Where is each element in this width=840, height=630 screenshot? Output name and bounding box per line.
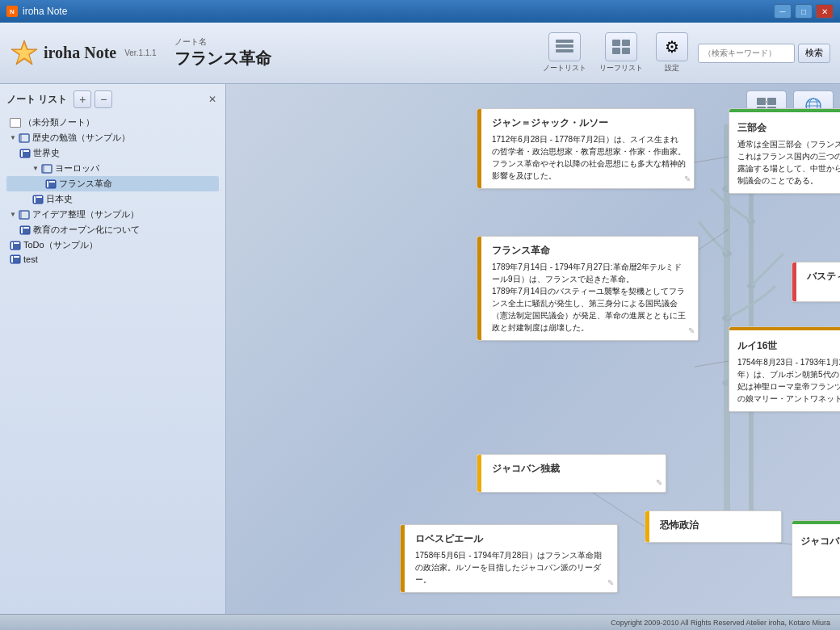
content-area: ノート リスト + − ✕ （未分類ノート） ▼ 歴: [0, 84, 840, 614]
sidebar-item-test[interactable]: test: [6, 253, 219, 266]
svg-rect-28: [11, 242, 13, 249]
sidebar-actions: + −: [74, 90, 112, 108]
card-rousseau[interactable]: ジャン＝ジャック・ルソー 1712年6月28日 - 1778年7月2日）は、スイ…: [477, 108, 695, 189]
sidebar-remove-button[interactable]: −: [94, 90, 112, 108]
sidebar-close-button[interactable]: ✕: [206, 93, 219, 106]
sidebar-title: ノート リスト: [6, 93, 67, 107]
leaflist-button[interactable]: リーフリスト: [596, 29, 646, 77]
window-controls: ─ □ ✕: [774, 4, 834, 19]
card-jacobin-dictatorship[interactable]: ジャコバン独裁 ✎: [477, 454, 666, 493]
sidebar-item-europe[interactable]: ▼ ヨーロッパ: [6, 161, 219, 176]
sidebar-item-world-history[interactable]: 世界史: [6, 145, 219, 161]
sidebar-item-france-revolution[interactable]: フランス革命: [6, 176, 219, 191]
svg-rect-12: [21, 150, 23, 157]
toolbar-buttons: ノートリスト リーフリスト ⚙ 設定: [540, 29, 830, 77]
titlebar: N iroha Note ─ □ ✕: [0, 0, 840, 23]
svg-rect-29: [14, 242, 19, 244]
sidebar-item-todo[interactable]: ToDo（サンプル）: [6, 237, 219, 253]
sidebar-header: ノート リスト + − ✕: [6, 90, 219, 108]
svg-rect-34: [767, 98, 776, 105]
svg-rect-37: [765, 101, 768, 103]
card-jacobin-dictatorship-title: ジャコバン独裁: [492, 461, 657, 476]
svg-rect-17: [47, 181, 48, 187]
sidebar-item-japan-history[interactable]: 日本史: [6, 191, 219, 207]
svg-rect-3: [556, 44, 573, 48]
settings-icon: ⚙: [656, 32, 688, 61]
notelist-icon: [548, 32, 581, 61]
svg-rect-6: [622, 40, 630, 46]
settings-label: 設定: [665, 63, 679, 74]
card-rousseau-title: ジャン＝ジャック・ルソー: [492, 116, 686, 130]
card-revolution[interactable]: フランス革命 1789年7月14日 - 1794年7月27日:革命暦2年テルミド…: [477, 236, 699, 341]
svg-rect-31: [11, 256, 13, 262]
note-tree: （未分類ノート） ▼ 歴史の勉強（サンプル） 世界史 ▼ ヨーロッパ: [6, 115, 219, 607]
leaflist-icon: [605, 32, 637, 61]
card-robespierre-body: 1758年5月6日 - 1794年7月28日）はフランス革命期の政治家。ルソーを…: [415, 549, 609, 586]
sidebar-item-education[interactable]: 教育のオープン化について: [6, 222, 219, 237]
search-box: 検索: [698, 44, 830, 63]
card-terror[interactable]: 恐怖政治: [645, 510, 782, 543]
card-sanbukai-title: 三部会: [737, 120, 840, 135]
card-bastille[interactable]: バスティーユ襲撃 ✎: [792, 262, 840, 302]
toolbar: iroha Note Ver.1.1.1 ノート名 フランス革命 ノートリスト: [0, 23, 840, 84]
card-terror-title: 恐怖政治: [660, 518, 773, 532]
note-label: ノート名: [174, 36, 530, 48]
svg-rect-21: [36, 196, 42, 198]
copyright-text: Copyright 2009-2010 All Rights Reserved …: [611, 619, 830, 627]
card-sanbukai-body: 通常は全国三部会（フランス語：l'tats gnraux）を指し、これはフランス…: [737, 138, 840, 187]
card-rousseau-body: 1712年6月28日 - 1778年7月2日）は、スイス生まれの哲学者・政治思想…: [492, 133, 686, 182]
window-title: iroha Note: [23, 6, 774, 17]
card-jacobins[interactable]: ジャコバン派 🌐: [792, 520, 840, 597]
svg-rect-8: [622, 48, 630, 54]
svg-rect-4: [556, 49, 573, 52]
app-container: iroha Note Ver.1.1.1 ノート名 フランス革命 ノートリスト: [0, 23, 840, 630]
app-version: Ver.1.1.1: [124, 48, 156, 57]
app-name: iroha Note: [44, 44, 116, 62]
search-input[interactable]: [698, 44, 795, 63]
sidebar-add-button[interactable]: +: [74, 90, 91, 108]
svg-line-56: [586, 488, 645, 527]
card-robespierre-title: ロベスピエール: [415, 531, 609, 546]
notelist-label: ノートリスト: [543, 63, 586, 74]
svg-rect-25: [21, 227, 23, 233]
svg-rect-26: [23, 227, 29, 229]
settings-button[interactable]: ⚙ 設定: [653, 29, 691, 77]
note-title-section: ノート名 フランス革命: [174, 36, 530, 69]
notelist-button[interactable]: ノートリスト: [540, 29, 590, 77]
app-icon: N: [6, 6, 18, 17]
svg-rect-20: [34, 196, 36, 203]
card-louis-title: ルイ16世: [737, 338, 840, 353]
svg-rect-32: [14, 256, 19, 258]
card-sanbukai[interactable]: 三部会 通常は全国三部会（フランス語：l'tats gnraux）を指し、これは…: [729, 108, 840, 194]
card-louis[interactable]: ルイ16世 1754年8月23日 - 1793年1月21日, 在位：1774年 …: [729, 326, 840, 412]
minimize-button[interactable]: ─: [774, 4, 792, 19]
card-revolution-title: フランス革命: [492, 243, 690, 258]
svg-rect-18: [49, 181, 55, 183]
card-louis-body: 1754年8月23日 - 1793年1月21日, 在位：1774年 - 1792…: [737, 356, 840, 405]
logo-star-icon: [10, 39, 39, 68]
restore-button[interactable]: □: [795, 4, 813, 19]
note-title: フランス革命: [174, 48, 530, 69]
card-revolution-body: 1789年7月14日 - 1794年7月27日:革命暦2年テルミドール9日）は、…: [492, 261, 690, 334]
svg-rect-13: [23, 150, 29, 152]
sidebar-item-history[interactable]: ▼ 歴史の勉強（サンプル）: [6, 130, 219, 145]
svg-rect-33: [757, 98, 766, 105]
close-button[interactable]: ✕: [816, 4, 834, 19]
sidebar-item-idea[interactable]: ▼ アイデア整理（サンプル）: [6, 207, 219, 222]
card-jacobins-title: ジャコバン派: [800, 534, 840, 548]
leaflist-label: リーフリスト: [599, 63, 643, 74]
search-button[interactable]: 検索: [798, 44, 830, 63]
main-canvas[interactable]: カードリーフ Webリーフ: [226, 84, 840, 614]
app-logo: iroha Note Ver.1.1.1: [10, 39, 157, 68]
sidebar: ノート リスト + − ✕ （未分類ノート） ▼ 歴: [0, 84, 226, 614]
sidebar-item-unclassified[interactable]: （未分類ノート）: [6, 115, 219, 130]
svg-rect-5: [612, 40, 620, 46]
card-bastille-title: バスティーユ襲撃: [807, 269, 840, 284]
card-robespierre[interactable]: ロベスピエール 1758年5月6日 - 1794年7月28日）はフランス革命期の…: [400, 524, 618, 593]
statusbar: Copyright 2009-2010 All Rights Reserved …: [0, 614, 840, 630]
svg-rect-7: [612, 48, 620, 54]
svg-rect-2: [556, 40, 573, 43]
